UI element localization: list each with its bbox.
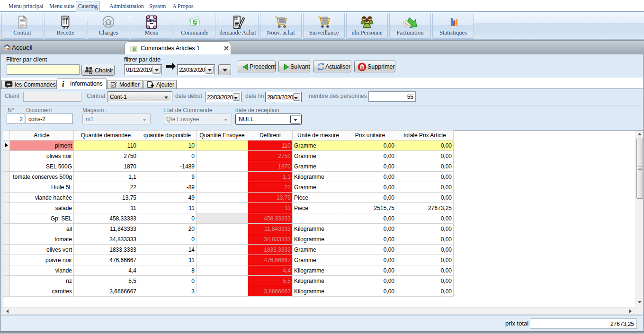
svg-text:MENU: MENU [147,19,156,22]
svg-text:€Đ$: €Đ$ [106,21,111,25]
